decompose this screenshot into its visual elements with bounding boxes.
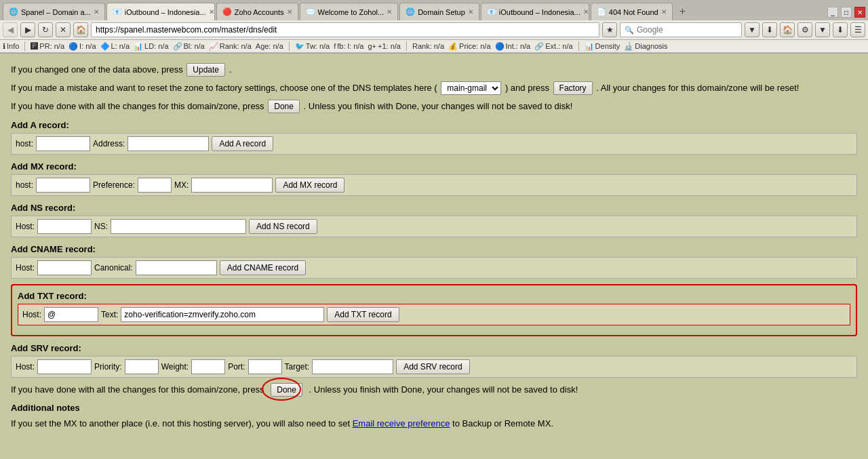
search-input[interactable]: [637, 25, 732, 35]
nav-bar: ◀ ▶ ↻ ✕ 🏠 ★ 🔍 ▼ ⬇ 🏠 ⚙ ▼ ⬇ ☰: [0, 20, 868, 40]
add-ns-record-label: Add NS record:: [11, 203, 857, 213]
tab-4-close[interactable]: ✕: [387, 8, 392, 16]
bookmark-button[interactable]: ★: [602, 22, 617, 37]
restore-button[interactable]: □: [841, 7, 852, 18]
cname-host-input[interactable]: [37, 260, 92, 275]
srv-weight-input[interactable]: [191, 359, 225, 374]
nav-menu[interactable]: ☰: [850, 22, 865, 37]
ns-ns-input[interactable]: [111, 219, 246, 234]
refresh-button[interactable]: ↻: [38, 22, 53, 37]
srv-host-label: Host:: [16, 362, 35, 372]
mx-host-input[interactable]: [36, 178, 90, 193]
done-button-top[interactable]: Done: [268, 100, 300, 113]
done-button-bottom[interactable]: Done: [271, 383, 302, 397]
srv-host-input[interactable]: [37, 359, 92, 374]
nav-extra-2[interactable]: ⬇: [762, 22, 777, 37]
factory-button[interactable]: Factory: [553, 81, 593, 95]
srv-port-input[interactable]: [248, 359, 282, 374]
add-txt-record-label: Add TXT record:: [18, 291, 850, 301]
price-icon: 💰: [448, 42, 458, 51]
tab-1-close[interactable]: ✕: [94, 8, 99, 16]
srv-priority-label: Priority:: [94, 362, 122, 372]
toolbar-ext[interactable]: 🔗 Ext.: n/a: [534, 42, 572, 51]
toolbar-bl[interactable]: 🔗 Bl: n/a: [173, 42, 205, 51]
tab-2-icon: 📧: [113, 7, 122, 17]
density-icon: 📊: [585, 42, 594, 51]
toolbar-i[interactable]: 🔵 I: n/a: [68, 42, 96, 51]
add-txt-record-row: Host: Text: Add TXT record: [18, 304, 850, 325]
toolbar-age[interactable]: Age: n/a: [256, 42, 283, 50]
diagnosis-icon: 🔬: [624, 42, 633, 51]
i-icon: 🔵: [68, 42, 78, 51]
email-preference-link[interactable]: Email receive preference: [353, 418, 450, 428]
add-txt-record-section: Add TXT record: Host: Text: Add TXT reco…: [11, 284, 857, 336]
tab-5[interactable]: 🌐 Domain Setup ✕: [399, 3, 479, 20]
stop-button[interactable]: ✕: [56, 22, 71, 37]
cname-canonical-label: Canonical:: [94, 263, 133, 273]
search-bar: 🔍: [620, 22, 742, 37]
ns-host-input[interactable]: [37, 219, 92, 234]
toolbar-g1[interactable]: g+ +1: n/a: [368, 42, 401, 50]
toolbar-density[interactable]: 📊 Density: [585, 42, 620, 51]
tab-5-close[interactable]: ✕: [468, 8, 473, 16]
tab-4[interactable]: ✉️ Welcome to Zohol... ✕: [300, 3, 399, 20]
nav-extra-4[interactable]: ⚙: [797, 22, 812, 37]
srv-priority-input[interactable]: [125, 359, 159, 374]
tab-7[interactable]: 📄 404 Not Found ✕: [591, 3, 673, 20]
toolbar-diagnosis[interactable]: 🔬 Diagnosis: [624, 42, 667, 51]
update-button[interactable]: Update: [186, 63, 225, 77]
toolbar-int[interactable]: 🔵 Int.: n/a: [495, 42, 531, 51]
back-button[interactable]: ◀: [3, 22, 18, 37]
cname-canonical-input[interactable]: [136, 260, 217, 275]
tab-3-close[interactable]: ✕: [287, 8, 292, 16]
add-ns-record-button[interactable]: Add NS record: [249, 219, 317, 234]
nav-extra-1[interactable]: ▼: [745, 22, 760, 37]
add-mx-record-row: host: Preference: MX: Add MX record: [11, 174, 857, 196]
address-bar[interactable]: [91, 22, 599, 37]
int-icon: 🔵: [495, 42, 505, 51]
additional-notes-header: Additional notes: [11, 403, 857, 413]
txt-host-input[interactable]: [44, 307, 98, 322]
txt-text-input[interactable]: [121, 307, 324, 322]
add-mx-record-button[interactable]: Add MX record: [275, 178, 344, 193]
srv-target-input[interactable]: [312, 359, 393, 374]
tab-2-close[interactable]: ✕: [209, 8, 214, 16]
add-srv-record-button[interactable]: Add SRV record: [396, 359, 470, 374]
mx-mx-input[interactable]: [191, 178, 273, 193]
toolbar-tw[interactable]: 🐦 Tw: n/a: [295, 42, 330, 51]
sep-1: [24, 41, 25, 51]
nav-extra-3[interactable]: 🏠: [780, 22, 795, 37]
close-button[interactable]: ✕: [854, 7, 865, 18]
toolbar-rank[interactable]: 📈 Rank: n/a: [209, 42, 252, 51]
new-tab-button[interactable]: +: [674, 3, 691, 20]
page-content: If you changed one of the data above, pr…: [0, 54, 868, 441]
toolbar-info[interactable]: ℹ Info: [3, 42, 19, 51]
forward-button[interactable]: ▶: [20, 22, 35, 37]
google-plus-icon: g+: [368, 42, 376, 50]
toolbar-fb[interactable]: f fb: l: n/a: [334, 42, 363, 50]
mx-preference-input[interactable]: [138, 178, 172, 193]
a-host-input[interactable]: [36, 136, 90, 151]
bookmarks-toolbar: ℹ Info 🅿 PR: n/a 🔵 I: n/a 🔷 L: n/a 📊 LD:…: [0, 40, 868, 53]
nav-extra-6[interactable]: ⬇: [833, 22, 848, 37]
add-txt-record-button[interactable]: Add TXT record: [327, 307, 399, 322]
tab-3[interactable]: 🔴 Zoho Accounts ✕: [216, 3, 298, 20]
a-address-input[interactable]: [127, 136, 209, 151]
minimize-button[interactable]: _: [827, 7, 838, 18]
address-input[interactable]: [96, 25, 595, 35]
add-cname-record-button[interactable]: Add CNAME record: [220, 260, 306, 275]
tab-7-close[interactable]: ✕: [661, 8, 667, 16]
toolbar-ld[interactable]: 📊 LD: n/a: [134, 42, 168, 51]
nav-extra-5[interactable]: ▼: [815, 22, 830, 37]
toolbar-pr[interactable]: 🅿 PR: n/a: [31, 42, 64, 50]
tab-6-close[interactable]: ✕: [583, 8, 589, 16]
tab-1[interactable]: 🌐 Spanel – Domain a... ✕: [3, 3, 105, 20]
toolbar-price[interactable]: 💰 Price: n/a: [448, 42, 490, 51]
toolbar-l[interactable]: 🔷 L: n/a: [100, 42, 130, 51]
add-a-record-button[interactable]: Add A record: [212, 136, 273, 151]
toolbar-rank2[interactable]: Rank: n/a: [412, 42, 444, 50]
home-button[interactable]: 🏠: [73, 22, 88, 37]
dns-template-select[interactable]: main-gmail: [441, 81, 501, 95]
tab-6[interactable]: 📧 iOutbound – Indonesia... ✕: [481, 3, 589, 20]
tab-2[interactable]: 📧 iOutbound – Indonesia... ✕: [106, 3, 215, 20]
